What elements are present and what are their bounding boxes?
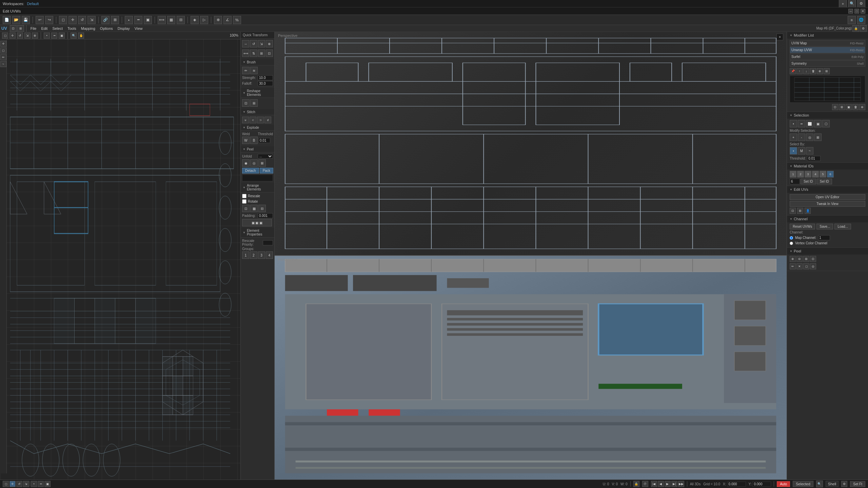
loop-btn[interactable]: ◎ bbox=[806, 134, 813, 141]
mod-icon-4[interactable]: 🗑 bbox=[852, 104, 859, 110]
group-btn3[interactable]: 3 bbox=[258, 251, 265, 259]
play-btn[interactable]: ▶ bbox=[665, 481, 671, 487]
search-icon-btn[interactable]: 🔍 bbox=[816, 481, 823, 487]
sel-id-btn[interactable]: Sel ID bbox=[817, 179, 832, 184]
reshape-header[interactable]: Reshape Elements bbox=[241, 88, 274, 98]
peel-icon1[interactable]: ⊕ bbox=[790, 256, 796, 262]
uv-scale-btn[interactable]: ⇲ bbox=[24, 33, 31, 39]
open-editor-btn[interactable]: Open UV Editor bbox=[790, 194, 865, 200]
viewport-bottom[interactable]: Perspective bbox=[275, 256, 787, 480]
search-btn[interactable]: 🔍 bbox=[848, 0, 856, 8]
group-btn1[interactable]: 1 bbox=[242, 251, 249, 259]
mat-id-set-input[interactable] bbox=[790, 179, 800, 184]
uv-rotate-btn[interactable]: ↺ bbox=[17, 33, 23, 39]
uv-select-btn[interactable]: ◻ bbox=[2, 33, 8, 39]
layer-btn[interactable]: ≡ bbox=[848, 16, 856, 24]
arrange-btn3[interactable]: ⊟ bbox=[258, 205, 266, 212]
x-input[interactable] bbox=[727, 482, 746, 487]
peel-header[interactable]: Peel bbox=[241, 146, 274, 152]
status-edge-btn[interactable]: ━ bbox=[38, 481, 44, 487]
mat-id-2[interactable]: 2 bbox=[797, 171, 804, 178]
modifier-item-4[interactable]: Symmetry Shell bbox=[790, 60, 865, 67]
flip-v-btn[interactable]: ⇅ bbox=[250, 49, 257, 57]
selection-header[interactable]: Selection bbox=[787, 112, 868, 119]
peel-icon2[interactable]: ⊖ bbox=[796, 256, 803, 262]
uv-vertex-btn[interactable]: • bbox=[44, 33, 50, 39]
mat-id-1[interactable]: 1 bbox=[790, 171, 796, 178]
auto-key-btn[interactable]: Auto bbox=[777, 481, 790, 487]
channel-header[interactable]: Channel bbox=[787, 216, 868, 222]
edit-uvs-header[interactable]: Edit UVs bbox=[787, 186, 868, 193]
reset-uvws-btn[interactable]: Reset UVWs bbox=[790, 224, 815, 229]
arrange-btn1[interactable]: ⊡ bbox=[242, 205, 250, 212]
menu-options[interactable]: Options bbox=[98, 25, 115, 32]
uv-relax-btn[interactable]: ~ bbox=[0, 61, 6, 67]
viewport-top[interactable]: Perspective ≡ bbox=[275, 32, 787, 256]
status-move-btn[interactable]: ✛ bbox=[9, 481, 16, 487]
rotate-check[interactable] bbox=[242, 199, 246, 204]
arrange-btn2[interactable]: ▦ bbox=[250, 205, 258, 212]
modifier-list-header[interactable]: Modifier List bbox=[787, 32, 868, 39]
uv-move-left-btn[interactable]: ✛ bbox=[0, 41, 6, 47]
unfold-select[interactable]: ... bbox=[258, 154, 273, 159]
modifier-item-1[interactable]: UVW Map FID-Resiz bbox=[790, 40, 865, 46]
scene-btn[interactable]: 🌐 bbox=[857, 16, 865, 24]
map-channel-input[interactable] bbox=[818, 235, 830, 240]
peel-seam-icon1[interactable]: ✏ bbox=[790, 263, 796, 269]
prev-frame-btn[interactable]: ◀ bbox=[658, 481, 664, 487]
minimize-btn[interactable]: ─ bbox=[848, 9, 853, 14]
settings2-btn[interactable]: ⚙ bbox=[860, 25, 867, 32]
mod-icon-5[interactable]: ⊕ bbox=[859, 104, 865, 110]
menu-display[interactable]: Display bbox=[116, 25, 132, 32]
peel-seam-icon2[interactable]: ✕ bbox=[796, 263, 803, 269]
rescale-priority-input[interactable] bbox=[263, 240, 273, 245]
shrink-btn[interactable]: - bbox=[798, 134, 805, 141]
add-workspace-btn[interactable]: + bbox=[839, 0, 847, 8]
menu-view[interactable]: View bbox=[133, 25, 145, 32]
uv-icon-btn[interactable]: ⊡ bbox=[10, 25, 17, 32]
save-btn[interactable]: 💾 bbox=[22, 16, 30, 24]
filters-btn[interactable]: ⚙ bbox=[841, 481, 847, 487]
move-btn[interactable]: ↔ bbox=[242, 40, 249, 47]
load-uvws-btn[interactable]: Load... bbox=[834, 224, 851, 229]
select-by-matid-btn[interactable]: M bbox=[798, 147, 805, 155]
freeform-btn[interactable]: ⊕ bbox=[266, 40, 273, 47]
group-btn2[interactable]: 2 bbox=[250, 251, 257, 259]
select-by-vertex-btn[interactable]: • bbox=[790, 147, 797, 155]
edge-btn[interactable]: ━ bbox=[134, 16, 142, 24]
mod-icon-2[interactable]: ⊞ bbox=[839, 104, 845, 110]
uv-edge-btn[interactable]: ━ bbox=[51, 33, 57, 39]
uv-pan-btn[interactable]: ✋ bbox=[78, 33, 84, 39]
peel-seam-icon3[interactable]: ◻ bbox=[803, 263, 809, 269]
vertex-color-radio[interactable] bbox=[790, 242, 793, 245]
brush-section-header[interactable]: Brush bbox=[241, 59, 274, 65]
uv-freeform-btn[interactable]: ⊕ bbox=[32, 33, 38, 39]
maximize-btn[interactable]: □ bbox=[854, 9, 859, 14]
uv-poly-btn[interactable]: ▣ bbox=[59, 33, 65, 39]
down-modifier-btn[interactable]: ↓ bbox=[803, 68, 809, 74]
stitch-btn4[interactable]: ⊄ bbox=[264, 117, 271, 123]
rotate-btn[interactable]: ↺ bbox=[250, 40, 257, 47]
scale-btn[interactable]: ⇲ bbox=[258, 40, 265, 47]
snap-btn2[interactable]: ⊡ bbox=[266, 49, 273, 57]
save-uvws-btn[interactable]: Save... bbox=[816, 224, 833, 229]
reshape-btn2[interactable]: ⊞ bbox=[250, 99, 258, 107]
pack-btn[interactable]: Pack bbox=[260, 168, 273, 174]
bind-btn[interactable]: ⊞ bbox=[111, 16, 119, 24]
percent-btn[interactable]: % bbox=[233, 16, 241, 24]
material-ids-header[interactable]: Material IDs bbox=[787, 163, 868, 169]
close-btn[interactable]: ✕ bbox=[861, 9, 865, 14]
menu-file[interactable]: File bbox=[28, 25, 39, 32]
status-select-btn[interactable]: ◻ bbox=[3, 481, 9, 487]
link-btn[interactable]: 🔗 bbox=[101, 16, 110, 24]
weld-btn[interactable]: W bbox=[242, 137, 250, 144]
uv-zoom-btn[interactable]: 🔍 bbox=[71, 33, 77, 39]
mat-id-6[interactable]: 6 bbox=[827, 171, 834, 178]
set-ft-btn[interactable]: Set Ft bbox=[850, 481, 865, 487]
select-by-smooth-btn[interactable]: ~ bbox=[806, 147, 813, 155]
modifier-item-3[interactable]: Surfel Edit Poly bbox=[790, 54, 865, 60]
pin-modifier-btn[interactable]: 📌 bbox=[790, 68, 796, 74]
detach-btn[interactable]: Detach bbox=[242, 168, 259, 174]
settings-btn[interactable]: ⚙ bbox=[857, 0, 865, 8]
open-btn[interactable]: 📂 bbox=[12, 16, 20, 24]
